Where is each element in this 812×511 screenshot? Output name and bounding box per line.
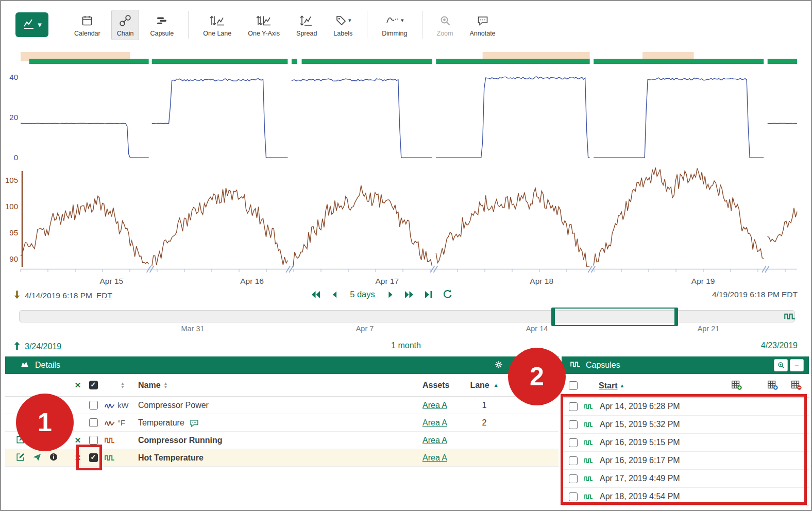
step-back-half-button[interactable] [330,289,339,300]
svg-text:Apr 18: Apr 18 [530,277,553,285]
capsules-zoom-button[interactable] [774,359,788,371]
investigate-range-duration[interactable]: 1 month [1,341,811,350]
details-row-compressor-running[interactable]: ✕ Compressor Running Area A [5,432,559,449]
dimming-icon: ▾ [385,14,404,27]
overview-capsule-toggle-button[interactable] [783,310,797,322]
calendar-icon [81,14,93,27]
row-checkbox[interactable] [84,436,102,445]
details-settings-button[interactable] [494,360,504,371]
overview-tick-label: Apr 7 [356,325,374,333]
capsule-checkbox[interactable] [562,420,584,429]
trend-chart-icon [22,18,36,32]
asset-link: Area A [422,401,464,410]
capsules-collapse-button[interactable]: − [790,359,804,371]
display-range-selector-handle[interactable] [551,308,678,326]
refresh-icon[interactable] [442,289,453,300]
capsule-row[interactable]: Apr 15, 2019 5:32 PM [562,416,809,434]
svg-text:105: 105 [5,176,18,184]
capsule-checkbox[interactable] [562,438,584,447]
capsule-start-time: Apr 16, 2019 6:17 PM [600,456,809,465]
remove-icon: ✕ [75,453,81,462]
asset-link[interactable]: Area A [422,453,447,463]
remove-column-button[interactable] [790,379,802,392]
uom-label: kW [117,401,138,410]
worksheet-view-menu-button[interactable]: ▾ [15,12,48,37]
item-name-with-annotation[interactable]: Temperature [138,418,422,428]
overview-tick-label: Apr 21 [698,325,720,333]
toolbar-capsule-button[interactable]: Capsule [144,10,179,40]
chevron-down-icon: ▾ [348,17,351,24]
asset-link[interactable]: Area A [422,418,447,428]
toolbar-spread-button[interactable]: Spread [291,10,323,40]
row-checkbox[interactable] [84,401,102,410]
step-forward-half-button[interactable] [386,289,395,300]
capsule-row[interactable]: Apr 16, 2019 6:17 PM [562,452,809,470]
edit-item-button[interactable] [15,452,25,464]
annotate-bubble-icon [477,14,489,27]
toolbar-annotate-button[interactable]: Annotate [464,10,501,40]
item-name[interactable]: Compressor Running [138,436,422,445]
lane-number: 2 [464,418,505,428]
display-end-datetime: 4/19/2019 6:18 PM [712,290,780,299]
lane-column-header[interactable]: Lane ▲ [464,381,505,390]
item-name[interactable]: Compressor Power [138,401,422,410]
capsule-row[interactable]: Apr 16, 2019 5:15 PM [562,434,809,452]
step-to-end-button[interactable] [423,289,434,300]
toolbar-calendar-button[interactable]: Calendar [69,10,106,40]
capsule-row[interactable]: Apr 14, 2019 6:28 PM [562,398,809,416]
sort-both-icon: ▲▼ [164,382,168,389]
select-all-checkbox[interactable] [84,381,102,389]
range-step-controls: 5 days [1,289,762,300]
display-range-duration[interactable]: 5 days [350,289,375,299]
propel-item-button[interactable] [32,452,42,463]
one-y-axis-icon [256,14,272,27]
capsule-start-time: Apr 15, 2019 5:32 PM [600,420,809,429]
info-icon[interactable] [49,452,58,463]
annotation-step-2-badge: 2 [508,348,566,405]
step-back-full-button[interactable] [310,289,322,300]
overview-track[interactable] [19,310,795,322]
capsules-panel-header: Capsules − [562,356,809,374]
start-column-header[interactable]: Start [599,381,617,390]
toolbar-chain-button[interactable]: Chain [111,10,140,40]
overview-tick-label: Mar 31 [181,325,204,333]
details-row-hot-temperature[interactable]: ✕ Hot Temperature Area A [5,449,559,467]
svg-text:Apr 17: Apr 17 [375,277,399,285]
toolbar-dimming-button[interactable]: ▾ Dimming [376,10,413,40]
add-signal-column-button[interactable] [767,379,778,392]
remove-all-column-header[interactable]: ✕ [71,381,84,389]
row-checkbox-hot-temperature[interactable] [84,453,102,462]
condition-icon [102,436,117,444]
toolbar-one-y-axis-button[interactable]: One Y-Axis [242,10,285,40]
capsule-checkbox[interactable] [562,456,584,465]
row-checkbox[interactable] [84,418,102,427]
trend-chart[interactable]: 020409095100105Apr 15Apr 16Apr 17Apr 18A… [1,48,812,286]
capsule-checkbox[interactable] [562,402,584,411]
toolbar-one-lane-button[interactable]: One Lane [197,10,237,40]
remove-item-button[interactable]: ✕ [75,436,81,445]
capsule-row[interactable]: Apr 18, 2019 4:54 PM [562,488,809,506]
remove-item-button[interactable]: ✕ [75,454,81,462]
toolbar-chain-label: Chain [117,30,134,37]
capsule-checkbox[interactable] [562,474,584,483]
investigate-end-date: 4/23/2019 [761,341,798,350]
signal-icon [102,401,117,410]
step-forward-full-button[interactable] [403,289,415,300]
capsule-start-time: Apr 18, 2019 4:54 PM [600,492,809,501]
toolbar-separator [188,11,189,39]
annotation-bubble-icon[interactable] [190,419,199,427]
capsule-checkbox[interactable] [562,492,584,501]
timezone-link[interactable]: EDT [782,290,798,299]
details-row-temperature[interactable]: °F Temperature Area A 2 [5,414,559,432]
capsule-row[interactable]: Apr 17, 2019 4:49 PM [562,470,809,488]
sort-uom-header[interactable]: ▲▼ [117,382,138,389]
name-column-header[interactable]: Name ▲▼ [138,381,422,390]
add-column-button[interactable] [731,379,742,392]
investigate-range-row: 3/24/2019 1 month 4/23/2019 [1,337,811,355]
item-name[interactable]: Hot Temperature [138,453,422,463]
toolbar-labels-button[interactable]: ▾ Labels [328,10,358,40]
asset-link[interactable]: Area A [422,436,447,445]
details-row-compressor-power[interactable]: kW Compressor Power Area A 1 [5,397,559,414]
spread-icon [299,14,314,27]
assets-column-header[interactable]: Assets [422,381,464,390]
